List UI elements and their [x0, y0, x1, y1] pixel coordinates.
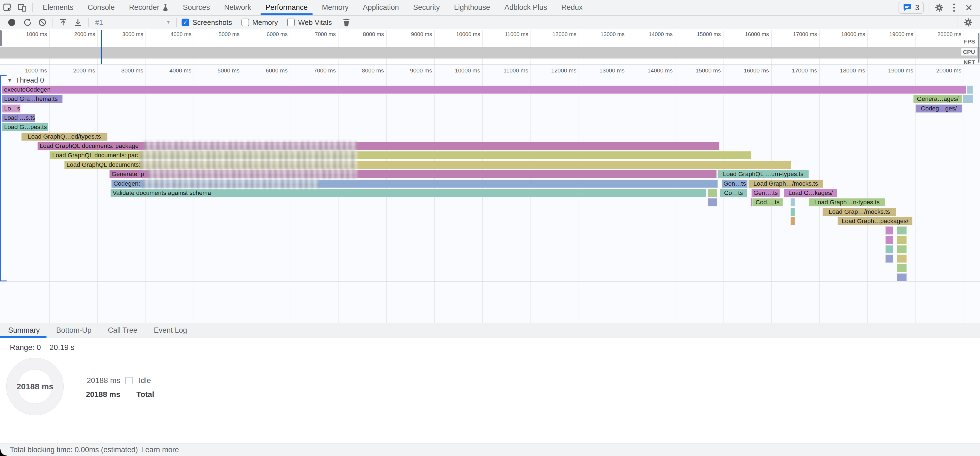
save-profile-button[interactable] — [70, 15, 85, 30]
flame-bar[interactable] — [897, 236, 907, 244]
flame-bar[interactable]: Load G…pes.ts — [2, 123, 48, 131]
flame-bar[interactable]: Load GraphQL documents: — [64, 161, 791, 169]
device-toolbar-button[interactable] — [15, 0, 30, 15]
checkbox-memory[interactable]: Memory — [242, 18, 278, 27]
tab-label: Recorder — [129, 3, 159, 12]
flame-bar[interactable]: Codegen: — [111, 180, 718, 188]
flame-bar[interactable]: Load Grap…/mocks.ts — [822, 208, 896, 216]
capture-settings-button[interactable] — [961, 15, 975, 30]
tab-label: Security — [413, 3, 440, 12]
delete-recording-button[interactable] — [339, 15, 354, 30]
flame-bar[interactable]: Load Gra…hema.ts — [2, 95, 63, 103]
flame-bar[interactable] — [791, 217, 795, 225]
ruler-tick-label: 14000 ms — [649, 31, 673, 37]
flame-bar[interactable]: Load Graph…n-types.ts — [809, 198, 885, 207]
more-options-button[interactable] — [947, 0, 961, 15]
details-tab-bottom-up[interactable]: Bottom-Up — [48, 323, 100, 338]
ruler-tick-label: 11000 ms — [503, 67, 528, 74]
lane-label-fps: FPS — [962, 38, 977, 45]
overview-scrollbar[interactable] — [978, 33, 980, 63]
checked-checkbox-icon[interactable]: ✓ — [181, 19, 189, 26]
ruler-tick-label: 4000 ms — [170, 31, 191, 37]
flame-bar[interactable] — [897, 273, 907, 281]
record-button[interactable] — [8, 19, 15, 26]
flame-bar[interactable]: Gen….ts — [751, 189, 780, 197]
flame-bar[interactable] — [791, 208, 795, 216]
unchecked-checkbox-icon[interactable] — [242, 19, 249, 26]
flame-bar[interactable]: executeCodegen — [2, 86, 966, 94]
flame-bar[interactable]: Load …s.ts — [2, 114, 35, 122]
tab-label: Network — [224, 3, 251, 12]
flame-bar[interactable]: Genera…ages/ — [913, 95, 962, 103]
tab-label: Redux — [562, 3, 583, 12]
flame-bar[interactable] — [885, 254, 893, 263]
track-selection-bracket-top — [0, 75, 6, 76]
flame-bar[interactable]: Validate documents against schema — [110, 189, 706, 197]
history-select[interactable]: #1 ▼ — [91, 17, 173, 28]
flame-bar[interactable]: Load Graph…packages/ — [838, 217, 912, 225]
flame-bar[interactable]: Gen…ts — [722, 180, 748, 188]
flame-chart[interactable]: 1000 ms2000 ms3000 ms4000 ms5000 ms6000 … — [0, 65, 980, 323]
flame-bar[interactable] — [885, 236, 893, 244]
ruler-tick-label: 4000 ms — [169, 67, 191, 74]
flame-bar[interactable]: Codeg…ges/ — [915, 105, 962, 113]
flame-bar[interactable] — [897, 245, 907, 253]
flame-bar[interactable]: Load GraphQL …urn-types.ts — [718, 170, 809, 178]
ruler-tick-label: 8000 ms — [362, 67, 384, 74]
flame-bar[interactable]: Load GraphQL documents: package — [37, 142, 719, 150]
tab-console[interactable]: Console — [81, 0, 122, 15]
tab-label: Lighthouse — [454, 3, 490, 12]
flame-bar[interactable] — [708, 198, 717, 207]
flame-bar[interactable]: Co…ts — [720, 189, 747, 197]
toolbar-separator — [176, 18, 177, 27]
tab-recorder[interactable]: Recorder — [122, 0, 176, 15]
flame-bar[interactable]: Generate: p — [110, 170, 717, 178]
tab-network[interactable]: Network — [217, 0, 258, 15]
tab-memory[interactable]: Memory — [315, 0, 356, 15]
reload-and-record-button[interactable] — [20, 15, 35, 30]
checkbox-web-vitals[interactable]: Web Vitals — [287, 18, 332, 27]
learn-more-link[interactable]: Learn more — [141, 446, 179, 454]
load-profile-button[interactable] — [56, 15, 70, 30]
flame-bar[interactable]: Load GraphQ…ed/types.ts — [21, 133, 107, 141]
close-devtools-button[interactable]: × — [961, 0, 976, 15]
tab-adblock-plus[interactable]: Adblock Plus — [497, 0, 554, 15]
clear-recording-button[interactable] — [35, 15, 50, 30]
upload-arrow-icon — [59, 18, 68, 27]
tab-elements[interactable]: Elements — [35, 0, 81, 15]
overview-cursor-line[interactable] — [100, 30, 102, 64]
tab-redux[interactable]: Redux — [554, 0, 590, 15]
tab-label: Memory — [322, 3, 348, 12]
flame-bar[interactable]: Load GraphQL documents: pac — [50, 151, 751, 159]
tab-application[interactable]: Application — [356, 0, 406, 15]
flame-bar[interactable]: Lo…s — [2, 105, 21, 113]
unchecked-checkbox-icon[interactable] — [287, 19, 295, 26]
flame-bar[interactable] — [791, 198, 795, 207]
details-tab-event-log[interactable]: Event Log — [146, 323, 196, 338]
settings-button[interactable] — [932, 0, 947, 15]
flame-bar[interactable]: Load G…kages/ — [784, 189, 837, 197]
flame-bar[interactable] — [963, 95, 973, 103]
flame-bar[interactable] — [967, 86, 973, 94]
flame-bar[interactable] — [885, 245, 893, 253]
issues-badge[interactable]: 3 — [899, 2, 924, 14]
details-tab-summary[interactable]: Summary — [0, 323, 48, 338]
flame-bar[interactable]: Load Graph…/mocks.ts — [748, 180, 823, 188]
flame-bar[interactable] — [708, 189, 717, 197]
flame-bar[interactable]: Cod….ts — [752, 198, 783, 207]
tab-security[interactable]: Security — [406, 0, 447, 15]
checkbox-screenshots[interactable]: ✓Screenshots — [181, 18, 232, 27]
flame-bar[interactable] — [897, 264, 907, 272]
timeline-overview[interactable]: 1000 ms2000 ms3000 ms4000 ms5000 ms6000 … — [0, 30, 980, 65]
close-icon: × — [965, 2, 972, 14]
flame-bar[interactable] — [897, 254, 907, 263]
tab-lighthouse[interactable]: Lighthouse — [447, 0, 497, 15]
thread-track-header[interactable]: ▼ Thread 0 — [7, 76, 44, 84]
tab-performance[interactable]: Performance — [258, 0, 315, 15]
flame-bar[interactable] — [897, 226, 907, 235]
overview-left-grip[interactable] — [0, 30, 2, 46]
tab-sources[interactable]: Sources — [176, 0, 217, 15]
details-tab-call-tree[interactable]: Call Tree — [100, 323, 146, 338]
inspect-element-button[interactable] — [0, 0, 15, 15]
flame-bar[interactable] — [885, 226, 893, 235]
